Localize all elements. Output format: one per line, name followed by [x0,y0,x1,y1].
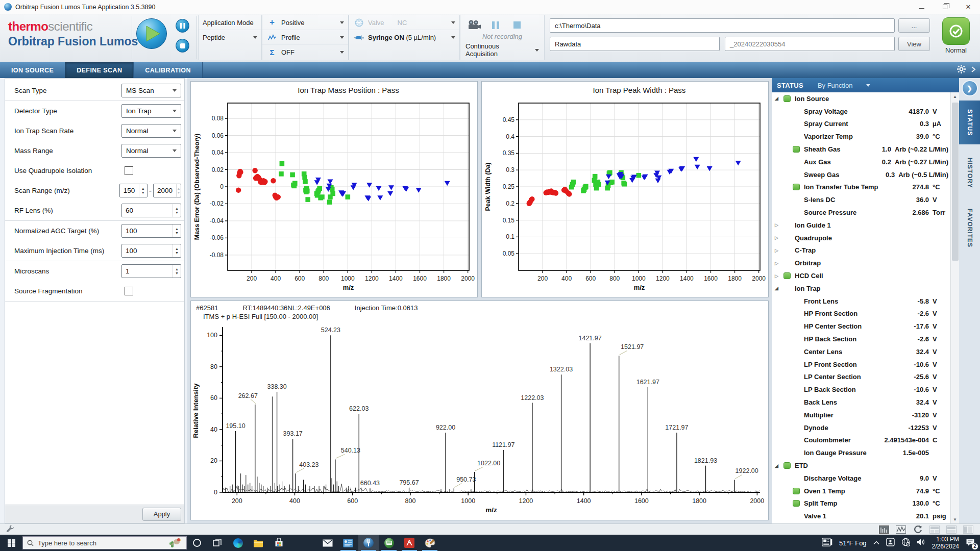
status-row-hp-front-section[interactable]: HP Front Section-2.6V [772,308,950,320]
status-row-ion-source[interactable]: ◢Ion Source [772,92,950,105]
view-button[interactable]: View [898,37,930,51]
status-row-ion-guide-1[interactable]: ▷Ion Guide 1 [772,219,950,232]
collapsed-expander-icon[interactable]: ▷ [775,248,783,253]
spinner-arrows-icon[interactable]: ▲▼ [173,265,181,278]
pause-recording-button[interactable] [487,18,504,32]
taskbar-clock[interactable]: 1:03 PM 2/26/2024 [932,536,959,550]
status-row-sheath-gas[interactable]: Sheath Gas1.0Arb (~0.22 L/Min) [772,143,950,156]
status-row-lp-center-section[interactable]: LP Center Section-25.6V [772,371,950,384]
normalized-agc-target-spinner[interactable]: 100▲▼ [121,224,181,238]
status-row-hp-back-section[interactable]: HP Back Section-2.6V [772,333,950,345]
spectrum-view-icon[interactable] [895,525,906,534]
tab-define-scan[interactable]: DEFINE SCAN [65,62,134,78]
status-row-coulombmeter[interactable]: Coulombmeter2.491543e-004C [772,434,950,447]
instrument-config-icon[interactable] [338,535,358,551]
scan-range-m-z-min-spinner[interactable]: 150▲▼ [119,184,148,197]
edge-icon[interactable] [228,535,248,551]
side-tab-history[interactable]: HISTORY [959,149,980,196]
browse-button[interactable]: ... [898,18,930,33]
status-row-c-trap[interactable]: ▷C-Trap [772,244,950,257]
status-row-aux-gas[interactable]: Aux Gas0.2Arb (~0.27 L/Min) [772,156,950,168]
close-button[interactable]: ✕ [957,0,980,14]
collapsed-expander-icon[interactable]: ▷ [775,222,783,228]
status-row-back-lens[interactable]: Back Lens32.4V [772,396,950,409]
profile-dropdown[interactable]: Profile [262,30,348,45]
instrument-monitor-icon[interactable] [379,535,399,551]
status-row-source-pressure[interactable]: Source Pressure2.686Torr [772,206,950,219]
application-mode-dropdown[interactable]: Peptide [199,30,261,45]
task-view-icon[interactable] [207,535,228,551]
spinner-arrows-icon[interactable]: ▲▼ [173,244,181,257]
tab-ion-source[interactable]: ION SOURCE [0,62,65,78]
settings-gear-icon[interactable] [957,65,966,76]
tune-app-icon[interactable] [358,535,379,551]
status-row-center-lens[interactable]: Center Lens32.4V [772,345,950,358]
polarity-dropdown[interactable]: + Positive [262,15,348,30]
status-scrollbar[interactable]: ▲ ▼ [950,92,959,523]
collapsed-expander-icon[interactable]: ▷ [775,235,783,240]
sum-mode-dropdown[interactable]: Σ OFF [262,45,348,60]
pause-acquisition-button[interactable] [176,19,189,33]
status-row-dynode[interactable]: Dynode-12253V [772,421,950,434]
expanded-expander-icon[interactable]: ◢ [775,463,783,468]
notification-icon[interactable]: 2 [966,538,975,548]
spinner-arrows-icon[interactable]: ▲▼ [173,204,181,217]
file-explorer-icon[interactable] [248,535,268,551]
data-path-input[interactable]: c:\Thermo\Data [550,18,895,33]
tray-chevron-up-icon[interactable] [873,539,879,546]
network-globe-icon[interactable] [901,538,910,548]
tools-wrench-icon[interactable] [6,524,15,534]
bar-view-icon[interactable] [878,525,890,534]
ion-trap-scan-rate-dropdown[interactable]: Normal [121,124,181,138]
status-row-etd[interactable]: ◢ETD [772,459,950,472]
rf-lens-spinner[interactable]: 60▲▼ [121,204,181,217]
side-tab-status[interactable]: STATUS [959,101,980,144]
status-row-ion-transfer-tube-temp[interactable]: Ion Transfer Tube Temp274.8°C [772,181,950,194]
status-row-sweep-gas[interactable]: Sweep Gas0.3Arb (~0.5 L/Min) [772,168,950,181]
status-row-spray-current[interactable]: Spray Current0.3µA [772,118,950,131]
spinner-arrows-icon[interactable]: ▲▼ [176,184,181,197]
status-row-ion-trap[interactable]: ◢Ion Trap [772,282,950,295]
record-video-button[interactable] [465,18,483,32]
paint-icon[interactable] [420,535,440,551]
collapsed-expander-icon[interactable]: ▷ [775,273,783,279]
news-widget-icon[interactable] [822,538,832,548]
scroll-up-icon[interactable]: ▲ [951,92,959,101]
scrollbar-thumb[interactable] [952,103,959,261]
syringe-dropdown[interactable]: Syringe ON (5 µL/min) [349,30,459,45]
scan-range-m-z-max-spinner[interactable]: 2000▲▼ [153,184,181,197]
collapsed-expander-icon[interactable]: ▷ [775,261,783,266]
stop-recording-button[interactable] [508,18,526,32]
microscans-spinner[interactable]: 1▲▼ [121,264,181,278]
minimize-button[interactable] [910,0,933,14]
weather-status[interactable]: 51°F Fog [839,539,867,547]
stop-acquisition-button[interactable] [176,39,189,53]
cortana-icon[interactable] [187,535,207,551]
status-row-oven-1-temp[interactable]: Oven 1 Temp74.9°C [772,485,950,497]
status-row-multiplier[interactable]: Multiplier-3120V [772,409,950,421]
status-row-s-lens-dc[interactable]: S-lens DC36.0V [772,193,950,206]
status-row-orbitrap[interactable]: ▷Orbitrap [772,257,950,269]
use-quadrupole-isolation-checkbox[interactable] [125,166,133,175]
status-row-hcd-cell[interactable]: ▷HCD Cell [772,269,950,282]
status-row-spray-voltage[interactable]: Spray Voltage4187.0V [772,105,950,118]
status-row-split-temp[interactable]: Split Temp130.0°C [772,497,950,510]
status-row-ion-gauge-pressure[interactable]: Ion Gauge Pressure1.5e-005 [772,446,950,459]
collapse-panel-button[interactable]: ❯ [962,80,978,96]
status-row-quadrupole[interactable]: ▷Quadrupole [772,232,950,244]
mail-icon[interactable] [317,535,338,551]
raw-suffix-input[interactable]: _20240222030554 [725,37,895,51]
system-state-button[interactable]: Normal [942,17,970,54]
taskbar-search-input[interactable]: Type here to search [22,536,187,549]
status-row-lp-back-section[interactable]: LP Back Section-10.6V [772,383,950,396]
spinner-arrows-icon[interactable]: ▲▼ [173,224,181,237]
side-tab-favorites[interactable]: FAVORITES [959,202,980,255]
restore-button[interactable] [933,0,957,14]
status-row-lp-front-section[interactable]: LP Front Section-10.6V [772,358,950,371]
status-row-vaporizer-temp[interactable]: Vaporizer Temp39.0°C [772,130,950,143]
detector-type-dropdown[interactable]: Ion Trap [121,104,181,118]
maximum-injection-time-ms-spinner[interactable]: 100▲▼ [121,244,181,258]
scan-type-dropdown[interactable]: MS Scan [121,84,181,97]
scroll-down-icon[interactable]: ▼ [951,515,959,523]
expanded-expander-icon[interactable]: ◢ [775,286,783,291]
